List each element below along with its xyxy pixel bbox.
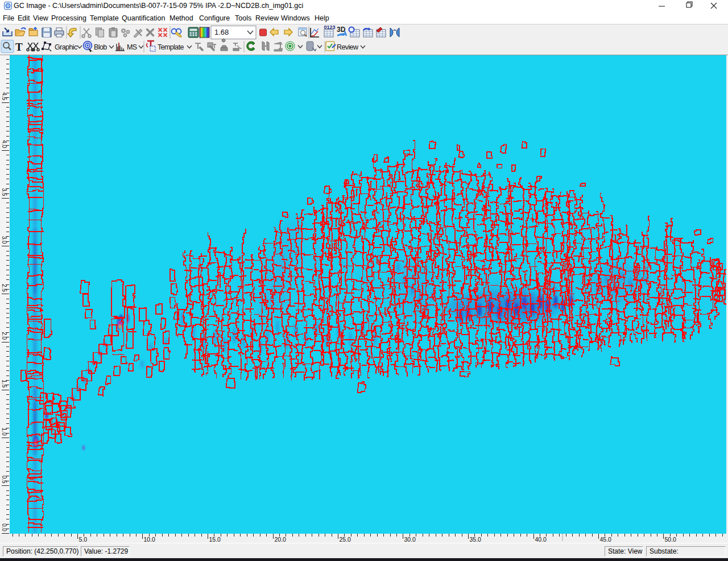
svg-text:0.0: 0.0	[1, 523, 7, 531]
svg-text:10.0: 10.0	[144, 536, 156, 543]
svg-text:20.0: 20.0	[275, 536, 287, 543]
svg-text:3.5: 3.5	[1, 188, 7, 196]
svg-text:T: T	[15, 41, 23, 53]
svg-text:25.0: 25.0	[340, 536, 351, 543]
svg-text:MS: MS	[127, 43, 137, 51]
svg-text:1.68: 1.68	[214, 28, 229, 36]
svg-text:Template: Template	[158, 43, 184, 51]
svg-text:40.0: 40.0	[535, 536, 547, 543]
svg-text:5.0: 5.0	[79, 536, 88, 543]
svg-text:50.0: 50.0	[665, 536, 677, 543]
svg-text:2.5: 2.5	[1, 284, 7, 292]
svg-text:1.0: 1.0	[1, 428, 7, 436]
svg-text:45.0: 45.0	[600, 536, 612, 543]
svg-text:Review: Review	[337, 43, 359, 51]
svg-text:30.0: 30.0	[404, 536, 416, 543]
svg-text:4.5: 4.5	[1, 92, 7, 100]
svg-text:35.0: 35.0	[470, 536, 482, 543]
svg-text:3D: 3D	[337, 26, 346, 34]
svg-text:1.5: 1.5	[1, 380, 7, 387]
svg-text:4.0: 4.0	[1, 140, 7, 148]
svg-text:0.5: 0.5	[1, 476, 7, 484]
svg-text:Graphic: Graphic	[55, 43, 77, 51]
svg-text:15.0: 15.0	[209, 536, 221, 543]
svg-text:3.0: 3.0	[1, 236, 7, 244]
svg-text:2.0: 2.0	[1, 332, 7, 340]
svg-text:Blob: Blob	[94, 43, 107, 51]
svg-text:0123: 0123	[324, 24, 336, 30]
